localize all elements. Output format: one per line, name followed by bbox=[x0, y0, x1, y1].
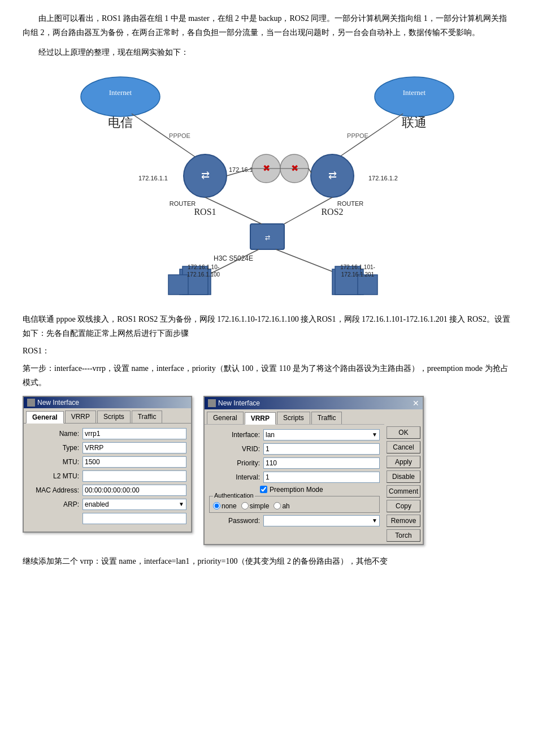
field-l2mtu: L2 MTU: bbox=[28, 470, 186, 482]
tab-traffic-right[interactable]: Traffic bbox=[311, 412, 342, 424]
svg-rect-43 bbox=[335, 266, 361, 295]
select-interface[interactable]: lan ▼ bbox=[263, 429, 380, 440]
dialog-right: New Interface ✕ General VRRP Scripts Tra… bbox=[203, 396, 424, 545]
select-password[interactable]: ▼ bbox=[263, 515, 380, 526]
tab-general-right[interactable]: General bbox=[207, 412, 244, 424]
tab-vrrp-left[interactable]: VRRP bbox=[65, 411, 96, 423]
ros1-label: ROS1： bbox=[23, 344, 511, 358]
select-arp-value: enabled bbox=[85, 500, 109, 508]
dialog-right-icon bbox=[208, 399, 216, 407]
preemption-checkbox[interactable] bbox=[260, 486, 267, 493]
page-content: 由上图可以看出，ROS1 路由器在组 1 中是 master，在组 2 中是 b… bbox=[23, 11, 511, 568]
svg-text:联通: 联通 bbox=[402, 115, 427, 129]
svg-text:ROS2: ROS2 bbox=[321, 207, 343, 217]
btn-comment[interactable]: Comment bbox=[387, 485, 420, 498]
svg-text:PPPOE: PPPOE bbox=[347, 132, 368, 139]
field-vrid: VRID: bbox=[209, 443, 380, 455]
radio-none-label: none bbox=[222, 502, 237, 510]
label-mtu: MTU: bbox=[28, 458, 79, 466]
intro-para2: 经过以上原理的整理，现在组网实验如下： bbox=[23, 45, 511, 59]
radio-ah[interactable]: ah bbox=[273, 502, 289, 510]
btn-ok[interactable]: OK bbox=[387, 426, 420, 439]
radio-simple-input[interactable] bbox=[241, 502, 249, 509]
svg-line-8 bbox=[132, 114, 202, 162]
network-diagram: Internet Internet 电信 联通 PPPOE PPPOE ⇄ RO… bbox=[23, 66, 511, 303]
radio-ah-label: ah bbox=[282, 502, 289, 510]
input-priority[interactable] bbox=[263, 457, 380, 469]
input-l2mtu[interactable] bbox=[83, 470, 186, 482]
svg-text:⇄: ⇄ bbox=[201, 170, 209, 181]
radio-none-input[interactable] bbox=[213, 502, 220, 509]
input-mtu[interactable] bbox=[83, 456, 186, 468]
close-icon[interactable]: ✕ bbox=[413, 399, 419, 408]
svg-line-36 bbox=[276, 249, 341, 275]
svg-text:H3C  S5024E: H3C S5024E bbox=[213, 254, 253, 262]
dialog-left-body: Name: Type: MTU: L2 MTU: bbox=[24, 423, 191, 532]
step1-text: 第一步：interface----vrrp，设置 name，interface，… bbox=[23, 361, 511, 390]
dialog-right-title: New Interface bbox=[218, 399, 260, 407]
label-l2mtu: L2 MTU: bbox=[28, 472, 79, 480]
svg-rect-39 bbox=[168, 275, 188, 295]
dialog-right-main: Interface: lan ▼ VRID: bbox=[205, 424, 423, 544]
svg-text:172.16.1.1: 172.16.1.1 bbox=[138, 175, 168, 182]
dialog-left-icon bbox=[27, 399, 35, 407]
btn-disable[interactable]: Disable bbox=[387, 470, 420, 483]
field-password: Password: ▼ bbox=[209, 515, 380, 526]
dialogs-area: New Interface General VRRP Scripts Traff… bbox=[23, 396, 511, 545]
dialog-right-fields: Interface: lan ▼ VRID: bbox=[205, 424, 384, 534]
dialog-left: New Interface General VRRP Scripts Traff… bbox=[23, 396, 192, 533]
svg-text:172.16.1.101-: 172.16.1.101- bbox=[340, 264, 375, 270]
tab-traffic-left[interactable]: Traffic bbox=[132, 411, 163, 423]
select-arp-arrow: ▼ bbox=[179, 501, 184, 507]
btn-cancel[interactable]: Cancel bbox=[387, 441, 420, 453]
input-partial[interactable] bbox=[83, 513, 186, 524]
preemption-label: Preemption Mode bbox=[270, 486, 323, 494]
select-arp[interactable]: enabled ▼ bbox=[83, 499, 186, 510]
dialog-right-tabs[interactable]: General VRRP Scripts Traffic bbox=[205, 409, 423, 424]
field-mtu: MTU: bbox=[28, 456, 186, 468]
svg-line-9 bbox=[332, 114, 403, 162]
auth-radio-row: none simple ah bbox=[213, 502, 376, 510]
field-partial bbox=[28, 513, 186, 524]
tab-vrrp-right[interactable]: VRRP bbox=[245, 412, 276, 425]
auth-group-title: Authentication bbox=[213, 492, 255, 499]
btn-apply[interactable]: Apply bbox=[387, 456, 420, 468]
input-name[interactable] bbox=[83, 428, 186, 439]
dialog-left-titlebar: New Interface bbox=[24, 397, 191, 408]
svg-text:Internet: Internet bbox=[108, 88, 132, 97]
select-interface-arrow: ▼ bbox=[372, 431, 377, 438]
label-vrid: VRID: bbox=[209, 445, 260, 453]
svg-text:ROS1: ROS1 bbox=[194, 207, 216, 217]
svg-text:172.16.1.2: 172.16.1.2 bbox=[368, 175, 398, 182]
dialog-left-tabs[interactable]: General VRRP Scripts Traffic bbox=[24, 408, 191, 423]
label-arp: ARP: bbox=[28, 500, 79, 508]
svg-text:PPPOE: PPPOE bbox=[169, 132, 190, 139]
label-interval: Interval: bbox=[209, 473, 260, 481]
input-vrid[interactable] bbox=[263, 443, 380, 455]
input-interval[interactable] bbox=[263, 472, 380, 483]
field-arp: ARP: enabled ▼ bbox=[28, 499, 186, 510]
radio-simple[interactable]: simple bbox=[241, 502, 270, 510]
field-interval: Interval: bbox=[209, 472, 380, 483]
radio-ah-input[interactable] bbox=[273, 502, 281, 509]
svg-text:Internet: Internet bbox=[402, 88, 426, 97]
btn-remove[interactable]: Remove bbox=[387, 515, 420, 527]
radio-none[interactable]: none bbox=[213, 502, 237, 510]
svg-text:172.16.1.201: 172.16.1.201 bbox=[341, 271, 374, 278]
svg-text:ROUTER: ROUTER bbox=[337, 200, 363, 207]
tab-general-left[interactable]: General bbox=[26, 411, 64, 424]
tab-scripts-right[interactable]: Scripts bbox=[277, 412, 310, 424]
field-name: Name: bbox=[28, 428, 186, 439]
btn-copy[interactable]: Copy bbox=[387, 500, 420, 512]
field-priority: Priority: bbox=[209, 457, 380, 469]
label-mac: MAC Address: bbox=[28, 486, 79, 494]
field-interface: Interface: lan ▼ bbox=[209, 429, 380, 440]
label-priority: Priority: bbox=[209, 459, 260, 467]
svg-text:电信: 电信 bbox=[108, 115, 133, 129]
input-mac[interactable] bbox=[83, 485, 186, 496]
auth-group-box: Authentication none simple bbox=[209, 496, 380, 513]
tab-scripts-left[interactable]: Scripts bbox=[97, 411, 131, 423]
input-type[interactable] bbox=[83, 442, 186, 453]
dialog-right-titlebar: New Interface ✕ bbox=[205, 397, 423, 409]
btn-torch[interactable]: Torch bbox=[387, 529, 420, 542]
